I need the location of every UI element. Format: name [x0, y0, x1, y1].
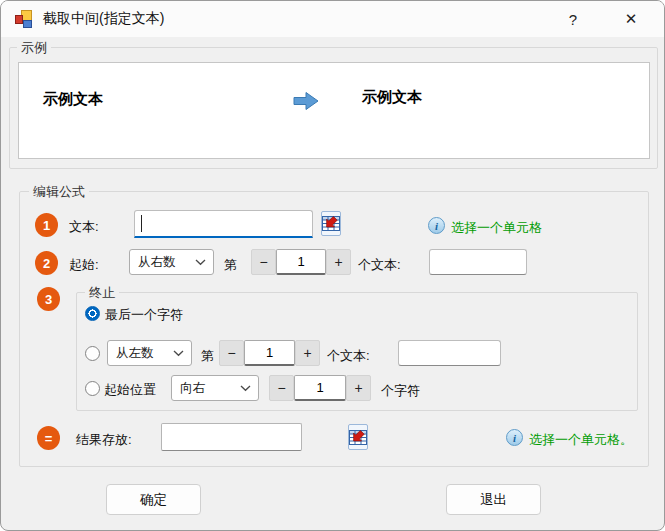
start-count-input[interactable]	[276, 249, 326, 275]
radio-offset[interactable]	[85, 381, 100, 396]
end-direction-value: 从左数	[116, 345, 154, 362]
result-input-wrap	[161, 423, 302, 451]
radio-nth-text[interactable]	[85, 346, 100, 361]
start-label: 起始:	[69, 256, 99, 274]
start-minus-button[interactable]: −	[251, 249, 276, 275]
text-label: 文本:	[69, 218, 99, 236]
chevron-down-icon	[195, 259, 206, 266]
end-text-input[interactable]	[398, 340, 501, 366]
ok-button[interactable]: 确定	[106, 484, 201, 515]
result-badge: =	[37, 426, 60, 450]
step3-badge: 3	[37, 287, 60, 311]
cell-picker-icon	[322, 216, 340, 231]
help-button[interactable]: ?	[550, 1, 596, 37]
offset-plus-button[interactable]: +	[346, 375, 371, 401]
info-icon: i	[506, 429, 523, 446]
chevron-down-icon	[240, 385, 251, 392]
sample-group: 示例 示例文本 示例文本	[9, 47, 658, 169]
end-unit-label: 个文本:	[327, 347, 370, 365]
end-group-label: 终止	[85, 284, 119, 301]
sample-group-label: 示例	[17, 39, 51, 56]
offset-unit-label: 个字符	[381, 382, 420, 400]
chevron-down-icon	[173, 350, 184, 357]
cell-picker-icon	[349, 430, 367, 445]
end-minus-button[interactable]: −	[219, 340, 244, 366]
title-bar: 截取中间(指定文本) ? ✕	[1, 1, 664, 37]
exit-button[interactable]: 退出	[446, 484, 541, 515]
close-button[interactable]: ✕	[608, 1, 654, 37]
result-label: 结果存放:	[76, 431, 132, 449]
offset-count-input[interactable]	[294, 375, 346, 401]
offset-direction-dropdown[interactable]: 向右	[171, 375, 259, 401]
end-count-input[interactable]	[244, 340, 295, 366]
radio-last-char-label[interactable]: 最后一个字符	[105, 306, 183, 324]
radio-last-char[interactable]	[85, 306, 100, 321]
step1-badge: 1	[35, 213, 58, 237]
right-arrow-icon	[292, 91, 320, 111]
start-text-input[interactable]	[429, 249, 527, 275]
result-cell-picker-button[interactable]	[348, 424, 368, 450]
sample-source-text: 示例文本	[43, 90, 103, 109]
app-icon	[14, 9, 34, 29]
text-cursor	[141, 215, 142, 232]
result-hint: 选择一个单元格。	[529, 431, 633, 449]
offset-minus-button[interactable]: −	[269, 375, 294, 401]
cell-picker-button[interactable]	[321, 211, 341, 236]
result-input[interactable]	[162, 424, 348, 450]
radio-offset-label[interactable]: 起始位置	[104, 381, 156, 399]
start-ordinal-label: 第	[224, 256, 237, 274]
window-title: 截取中间(指定文本)	[43, 10, 164, 28]
text-input[interactable]	[135, 211, 321, 236]
sample-panel: 示例文本 示例文本	[18, 62, 650, 159]
sample-result-text: 示例文本	[362, 88, 422, 107]
start-direction-value: 从右数	[138, 254, 176, 271]
start-direction-dropdown[interactable]: 从右数	[129, 249, 214, 275]
start-unit-label: 个文本:	[358, 256, 401, 274]
text-input-wrap	[134, 210, 313, 238]
end-plus-button[interactable]: +	[295, 340, 320, 366]
app-icon-red-square	[15, 15, 23, 24]
end-ordinal-label: 第	[201, 347, 214, 365]
formula-group-label: 编辑公式	[29, 183, 89, 200]
end-direction-dropdown[interactable]: 从左数	[107, 340, 192, 366]
offset-direction-value: 向右	[180, 380, 205, 397]
step2-badge: 2	[35, 251, 58, 275]
app-icon-blue-square	[23, 20, 32, 28]
info-icon: i	[428, 217, 445, 234]
start-plus-button[interactable]: +	[326, 249, 351, 275]
text-hint: 选择一个单元格	[451, 219, 542, 237]
dialog-window: 截取中间(指定文本) ? ✕ 示例 示例文本 示例文本 编辑公式 1 文本:	[0, 0, 665, 531]
